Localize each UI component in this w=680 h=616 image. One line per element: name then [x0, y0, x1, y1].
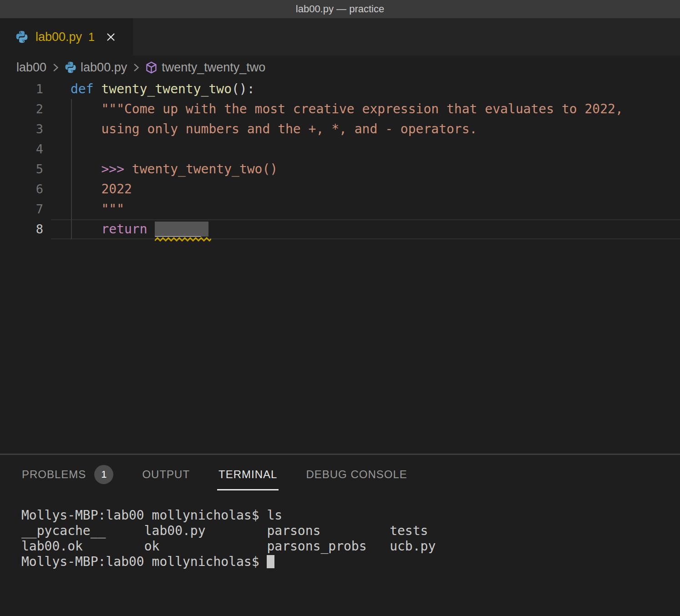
line-content[interactable]: def twenty_twenty_two(): — [51, 79, 680, 99]
breadcrumb: lab00lab00.pytwenty_twenty_two — [16, 56, 265, 79]
breadcrumb-item-label: lab00 — [16, 61, 46, 75]
tab-lab00-py[interactable]: lab00.py 1 — [0, 18, 133, 56]
indent-guide — [71, 179, 72, 199]
editor-tab-bar: lab00.py 1 — [0, 18, 680, 56]
code-line[interactable]: 5 >>> twenty_twenty_two() — [0, 159, 680, 179]
indent-guide — [71, 139, 72, 159]
code-token — [71, 222, 101, 237]
line-content[interactable]: >>> twenty_twenty_two() — [51, 159, 680, 179]
panel-tab-terminal[interactable]: TERMINAL — [217, 459, 279, 490]
code-line[interactable]: 8 return ______ — [0, 219, 680, 239]
tab-problem-count: 1 — [88, 30, 95, 44]
code-token: >>> — [101, 162, 124, 177]
line-content[interactable]: return ______ — [51, 219, 680, 239]
line-content[interactable]: 2022 — [51, 179, 680, 199]
breadcrumb-item[interactable]: twenty_twenty_two — [145, 61, 265, 75]
indent-guide — [71, 99, 72, 119]
line-number: 7 — [0, 199, 43, 219]
code-line[interactable]: 2 """Come up with the most creative expr… — [0, 99, 680, 119]
panel-tab-bar: PROBLEMS1OUTPUTTERMINALDEBUG CONSOLE — [20, 459, 409, 490]
terminal-cursor[interactable] — [267, 555, 274, 568]
line-number: 3 — [0, 119, 43, 139]
warning-squiggle-icon — [155, 237, 211, 242]
code-token: using only numbers and the +, *, and - o… — [71, 121, 477, 136]
breadcrumb-item[interactable]: lab00 — [16, 61, 46, 75]
code-token: def — [71, 81, 101, 96]
code-token: """ — [71, 202, 124, 217]
panel-tab-debug-console[interactable]: DEBUG CONSOLE — [304, 459, 408, 490]
code-line[interactable]: 4 — [0, 139, 680, 159]
indent-guide — [71, 219, 72, 239]
selected-text[interactable]: ______ — [155, 222, 208, 237]
terminal-line: lab00.ok ok parsons_probs ucb.py — [21, 539, 436, 554]
terminal-prompt-line: Mollys-MBP:lab00 mollynicholas$ — [21, 554, 436, 570]
code-line[interactable]: 7 """ — [0, 199, 680, 219]
indent-guide — [71, 159, 72, 179]
panel-tab-label: OUTPUT — [142, 468, 190, 481]
breadcrumb-item[interactable]: lab00.py — [64, 61, 127, 75]
terminal-prompt: Mollys-MBP:lab00 mollynicholas$ — [21, 554, 267, 569]
problems-count-badge: 1 — [94, 465, 113, 484]
line-number: 5 — [0, 159, 43, 179]
code-token: 2022 — [71, 182, 132, 197]
terminal-line: Mollys-MBP:lab00 mollynicholas$ ls — [21, 508, 436, 523]
panel-tab-label: DEBUG CONSOLE — [306, 468, 407, 481]
line-content[interactable] — [51, 139, 680, 159]
indent-guide — [71, 199, 72, 219]
tab-label: lab00.py — [36, 30, 82, 44]
panel-divider[interactable] — [0, 454, 680, 455]
code-token: twenty_twenty_two() — [124, 162, 278, 177]
line-content[interactable]: """ — [51, 199, 680, 219]
code-token — [71, 162, 101, 177]
code-line[interactable]: 1def twenty_twenty_two(): — [0, 79, 680, 99]
panel-tab-label: PROBLEMS — [22, 468, 86, 481]
indent-guide — [71, 119, 72, 139]
terminal-output[interactable]: Mollys-MBP:lab00 mollynicholas$ ls__pyca… — [21, 508, 436, 570]
line-content[interactable]: using only numbers and the +, *, and - o… — [51, 119, 680, 139]
code-token: twenty_twenty_two — [101, 81, 232, 96]
line-number: 1 — [0, 79, 43, 99]
chevron-right-icon — [49, 61, 61, 74]
panel-tab-problems[interactable]: PROBLEMS1 — [20, 459, 115, 490]
line-number: 4 — [0, 139, 43, 159]
window-titlebar: lab00.py — practice — [0, 0, 680, 18]
window-title: lab00.py — practice — [296, 3, 384, 15]
chevron-right-icon — [130, 61, 142, 74]
terminal-line: __pycache__ lab00.py parsons tests — [21, 523, 436, 539]
code-token: return — [101, 222, 155, 237]
breadcrumb-item-label: twenty_twenty_two — [162, 61, 265, 75]
code-line[interactable]: 3 using only numbers and the +, *, and -… — [0, 119, 680, 139]
code-line[interactable]: 6 2022 — [0, 179, 680, 199]
symbol-method-icon — [145, 61, 158, 74]
code-token: (): — [232, 81, 255, 96]
python-icon — [64, 61, 77, 74]
line-number: 6 — [0, 179, 43, 199]
line-number: 2 — [0, 99, 43, 119]
line-content[interactable]: """Come up with the most creative expres… — [51, 99, 680, 119]
panel-tab-label: TERMINAL — [218, 468, 277, 481]
breadcrumb-item-label: lab00.py — [81, 61, 127, 75]
panel-tab-output[interactable]: OUTPUT — [141, 459, 191, 490]
close-icon[interactable] — [105, 31, 117, 43]
line-number: 8 — [0, 219, 43, 239]
code-editor[interactable]: 1def twenty_twenty_two():2 """Come up wi… — [0, 79, 680, 239]
python-file-icon — [15, 30, 29, 44]
code-token: """Come up with the most creative expres… — [71, 101, 623, 116]
